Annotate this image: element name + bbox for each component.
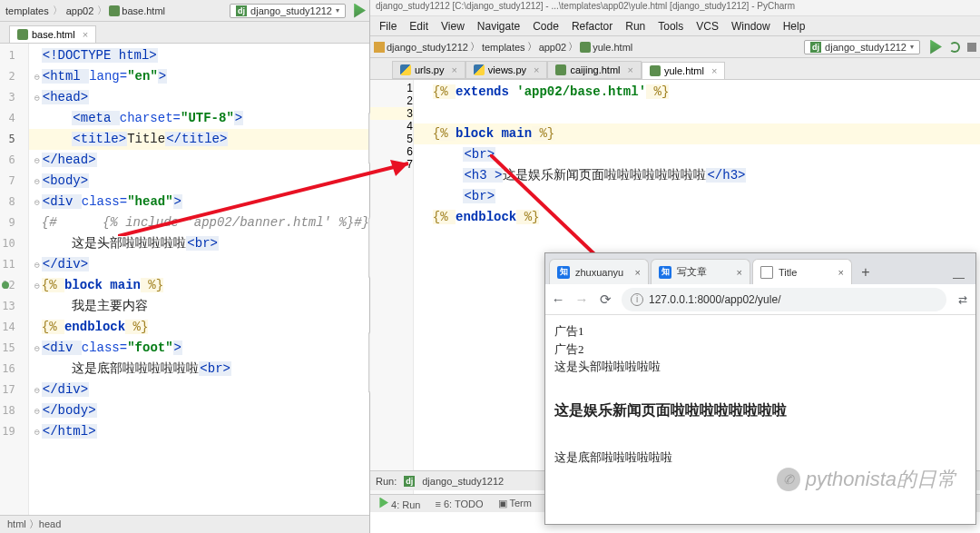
menu-run[interactable]: Run — [620, 18, 651, 35]
editor-tabs-left: base.html × — [0, 22, 369, 44]
watermark-text: pythonista的日常 — [806, 466, 956, 493]
page-text: 广告2 — [554, 341, 966, 359]
close-icon[interactable]: × — [737, 267, 742, 278]
editor-tab-base-html[interactable]: base.html × — [9, 25, 96, 43]
menu-vcs[interactable]: VCS — [691, 18, 724, 35]
tab-label: 写文章 — [677, 265, 707, 279]
menu-refactor[interactable]: Refactor — [566, 18, 618, 35]
run-icon[interactable] — [351, 4, 366, 18]
editor-tab-urls[interactable]: urls.py× — [392, 61, 466, 79]
line-gutter: 123 4567 — [370, 80, 414, 507]
minimize-icon[interactable]: — — [953, 271, 965, 284]
address-bar[interactable]: i 127.0.0.1:8000/app02/yule/ — [622, 288, 946, 311]
menu-view[interactable]: View — [436, 18, 470, 35]
breadcrumb-left: templates〉 app02〉 base.html dj django_st… — [0, 0, 369, 22]
watermark: ✆ pythonista的日常 — [777, 466, 956, 493]
menu-code[interactable]: Code — [527, 18, 564, 35]
close-icon[interactable]: × — [451, 64, 456, 75]
stop-icon[interactable] — [967, 43, 976, 52]
page-text: 这是头部啦啦啦啦啦 — [554, 358, 966, 376]
editor-tab-views[interactable]: views.py× — [466, 61, 548, 79]
python-file-icon — [474, 64, 485, 75]
html-file-icon — [17, 29, 28, 40]
run-config-name: django_study1212 — [422, 476, 504, 487]
ide-window-left: templates〉 app02〉 base.html dj django_st… — [0, 0, 370, 533]
browser-tab[interactable]: 知 写文章 × — [651, 259, 750, 284]
page-text: 这是底部啦啦啦啦啦啦 — [554, 449, 966, 467]
browser-tab-active[interactable]: Title × — [752, 259, 852, 284]
django-icon: dj — [810, 42, 821, 53]
menu-window[interactable]: Window — [726, 18, 776, 35]
window-title: django_study1212 [C:\django_study1212] -… — [370, 0, 980, 16]
close-icon[interactable]: × — [635, 267, 641, 278]
breadcrumb-item[interactable]: yule.html — [593, 42, 632, 53]
translate-icon[interactable]: ⇄ — [956, 292, 970, 307]
html-file-icon — [580, 42, 591, 53]
code-content[interactable]: <!DOCTYPE html> ⊖<html lang="en"> ⊖<head… — [29, 44, 369, 516]
window-controls: — — [946, 271, 972, 284]
breadcrumb-item[interactable]: django_study1212 — [387, 42, 468, 53]
run-config-name: django_study1212 — [250, 5, 332, 16]
browser-tab-strip: 知 zhuxuanyu × 知 写文章 × Title × + — — [545, 253, 975, 284]
tab-label: zhuxuanyu — [575, 267, 623, 278]
chevron-down-icon: ▾ — [910, 43, 914, 51]
close-icon[interactable]: × — [838, 267, 844, 278]
breadcrumb-item[interactable]: app02 — [64, 5, 96, 16]
editor-tabs-right: urls.py× views.py× caijing.html× yule.ht… — [370, 58, 980, 80]
back-icon[interactable]: ← — [551, 292, 565, 307]
run-config-name: django_study1212 — [825, 42, 906, 53]
line-gutter: 1234 5678 9101112 13141516 171819 — [0, 44, 29, 516]
zhihu-icon: 知 — [659, 266, 671, 279]
breadcrumb-right: django_study1212〉 templates〉 app02〉 yule… — [370, 36, 980, 58]
menu-tools[interactable]: Tools — [652, 18, 689, 35]
run-icon[interactable] — [927, 40, 942, 54]
close-icon[interactable]: × — [83, 29, 88, 40]
url-text: 127.0.0.1:8000/app02/yule/ — [649, 293, 780, 306]
page-text: 广告1 — [554, 322, 966, 341]
python-file-icon — [400, 64, 411, 75]
btn-todo[interactable]: ≡ 6: TODO — [435, 498, 483, 509]
browser-tab[interactable]: 知 zhuxuanyu × — [549, 259, 649, 284]
code-editor-left[interactable]: 1234 5678 9101112 13141516 171819 <!DOCT… — [0, 44, 369, 516]
project-icon — [374, 42, 385, 53]
wechat-icon: ✆ — [777, 468, 800, 491]
reload-icon[interactable] — [949, 42, 960, 53]
page-heading: 这是娱乐新闻页面啦啦啦啦啦啦啦啦 — [554, 400, 966, 421]
menu-help[interactable]: Help — [778, 18, 811, 35]
run-config-selector[interactable]: dj django_study1212 ▾ — [230, 4, 346, 18]
breadcrumb-item[interactable]: base.html — [120, 5, 167, 16]
django-icon: dj — [404, 476, 415, 487]
structure-breadcrumb[interactable]: html 〉head — [0, 515, 369, 533]
chevron-down-icon: ▾ — [336, 6, 339, 15]
menu-file[interactable]: File — [374, 18, 402, 35]
tab-label: Title — [779, 267, 797, 278]
editor-tab-yule[interactable]: yule.html× — [642, 62, 725, 79]
forward-icon[interactable]: → — [574, 292, 589, 307]
btn-run[interactable]: 4: Run — [377, 498, 420, 510]
close-icon[interactable]: × — [628, 64, 633, 75]
zhihu-icon: 知 — [557, 266, 570, 279]
site-info-icon[interactable]: i — [631, 293, 643, 306]
new-tab-button[interactable]: + — [854, 261, 877, 284]
menu-bar: File Edit View Navigate Code Refactor Ru… — [370, 16, 980, 36]
run-config-selector[interactable]: dj django_study1212 ▾ — [804, 40, 920, 54]
rendered-page: 广告1 广告2 这是头部啦啦啦啦啦 这是娱乐新闻页面啦啦啦啦啦啦啦啦 这是底部啦… — [545, 315, 975, 473]
breadcrumb-item[interactable]: app02 — [539, 42, 567, 53]
btn-terminal[interactable]: ▣ Term — [498, 498, 532, 509]
breadcrumb-item[interactable]: templates — [4, 5, 51, 16]
tab-label: base.html — [32, 29, 75, 40]
browser-toolbar: ← → ⟳ i 127.0.0.1:8000/app02/yule/ ⇄ — [545, 284, 975, 315]
html-file-icon — [109, 5, 120, 16]
editor-tab-caijing[interactable]: caijing.html× — [547, 61, 641, 79]
run-label: Run: — [376, 476, 397, 487]
html-file-icon — [650, 65, 661, 76]
close-icon[interactable]: × — [711, 65, 717, 76]
menu-navigate[interactable]: Navigate — [472, 18, 525, 35]
menu-edit[interactable]: Edit — [404, 18, 434, 35]
close-icon[interactable]: × — [534, 64, 539, 75]
breadcrumb-item[interactable]: templates — [482, 42, 525, 53]
html-file-icon — [555, 64, 566, 75]
page-icon — [760, 266, 773, 279]
django-icon: dj — [236, 5, 247, 16]
reload-icon[interactable]: ⟳ — [598, 292, 612, 307]
